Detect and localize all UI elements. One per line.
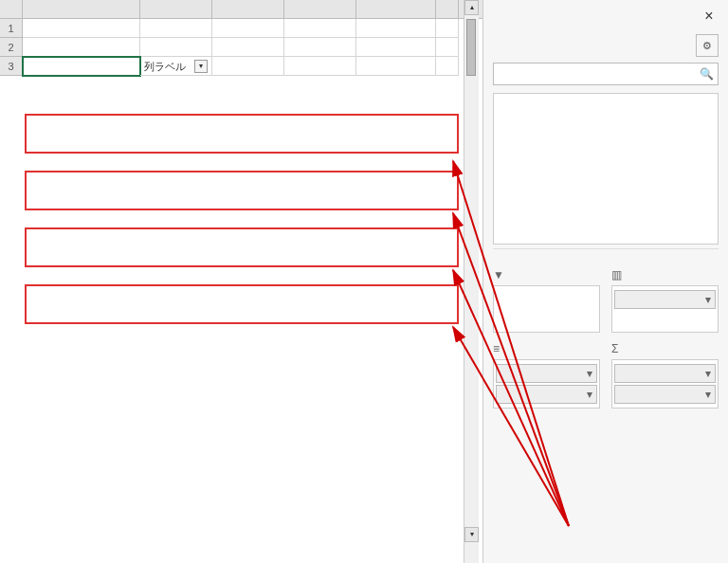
chevron-down-icon[interactable]: ▾ bbox=[705, 367, 711, 380]
row-header[interactable]: 3 bbox=[0, 57, 23, 76]
other-tables-link[interactable] bbox=[493, 248, 719, 259]
scroll-up-button[interactable]: ▴ bbox=[464, 0, 479, 15]
col-header-E[interactable] bbox=[356, 0, 436, 18]
col-header-B[interactable] bbox=[140, 0, 212, 18]
cell[interactable] bbox=[284, 57, 356, 76]
cell[interactable] bbox=[356, 57, 436, 76]
zone-filter: ▼ bbox=[493, 268, 600, 333]
cell[interactable] bbox=[284, 19, 356, 38]
row-icon: ≡ bbox=[493, 342, 500, 355]
cell[interactable] bbox=[23, 19, 140, 38]
col-header-A[interactable] bbox=[23, 0, 140, 18]
value-drop-zone[interactable]: ▾ ▾ bbox=[611, 359, 719, 409]
cell[interactable] bbox=[23, 38, 140, 57]
highlight-box bbox=[25, 227, 459, 267]
column-headers bbox=[0, 0, 482, 19]
cell[interactable] bbox=[436, 19, 459, 38]
cell[interactable] bbox=[140, 19, 212, 38]
cell[interactable] bbox=[212, 38, 284, 57]
zone-item[interactable]: ▾ bbox=[496, 385, 597, 404]
row-header[interactable]: 2 bbox=[0, 38, 23, 57]
highlight-box bbox=[25, 284, 459, 324]
search-input[interactable] bbox=[498, 67, 700, 81]
row-drop-zone[interactable]: ▾ ▾ bbox=[493, 359, 600, 409]
cell[interactable]: 列ラベル▾ bbox=[140, 57, 212, 76]
filter-drop-zone[interactable] bbox=[493, 285, 600, 333]
filter-dropdown-icon[interactable]: ▾ bbox=[194, 60, 208, 73]
cell[interactable] bbox=[436, 57, 459, 76]
highlight-box bbox=[25, 114, 459, 154]
chevron-down-icon[interactable]: ▾ bbox=[705, 293, 711, 306]
cell-grid[interactable]: 123列ラベル▾ bbox=[0, 19, 482, 76]
chevron-down-icon[interactable]: ▾ bbox=[705, 388, 711, 401]
cell[interactable] bbox=[212, 19, 284, 38]
select-all-corner[interactable] bbox=[0, 0, 23, 18]
sigma-icon: Σ bbox=[611, 342, 618, 355]
zone-item[interactable]: ▾ bbox=[614, 385, 716, 404]
pivot-task-pane: × ⚙ 🔍 ▼ ▥ ▾ ≡ bbox=[483, 0, 728, 563]
zone-item[interactable]: ▾ bbox=[496, 364, 597, 383]
spreadsheet[interactable]: 123列ラベル▾ ▴ ▾ bbox=[0, 0, 483, 563]
search-box[interactable]: 🔍 bbox=[493, 63, 719, 85]
zone-column: ▥ ▾ bbox=[611, 268, 719, 333]
scroll-track[interactable] bbox=[464, 15, 479, 527]
zone-item[interactable]: ▾ bbox=[614, 364, 716, 383]
field-list[interactable] bbox=[493, 93, 719, 245]
column-drop-zone[interactable]: ▾ bbox=[611, 285, 719, 333]
chevron-down-icon[interactable]: ▾ bbox=[587, 388, 592, 401]
cell[interactable] bbox=[23, 57, 140, 76]
close-icon[interactable]: × bbox=[700, 8, 719, 27]
zone-item[interactable]: ▾ bbox=[614, 290, 716, 309]
scroll-thumb[interactable] bbox=[466, 19, 476, 76]
gear-icon[interactable]: ⚙ bbox=[696, 34, 719, 57]
col-header-D[interactable] bbox=[284, 0, 356, 18]
scroll-down-button[interactable]: ▾ bbox=[464, 527, 479, 542]
highlight-box bbox=[25, 171, 459, 210]
cell[interactable] bbox=[436, 38, 459, 57]
column-icon: ▥ bbox=[611, 268, 622, 282]
row-header[interactable]: 1 bbox=[0, 19, 23, 38]
cell[interactable] bbox=[284, 38, 356, 57]
chevron-down-icon[interactable]: ▾ bbox=[587, 367, 592, 380]
col-header-F[interactable] bbox=[436, 0, 459, 18]
zone-row: ≡ ▾ ▾ bbox=[493, 342, 600, 409]
search-icon: 🔍 bbox=[700, 67, 714, 81]
annotation-text bbox=[34, 419, 413, 438]
filter-icon: ▼ bbox=[493, 268, 504, 282]
cell[interactable] bbox=[212, 57, 284, 76]
cell[interactable] bbox=[140, 38, 212, 57]
cell[interactable] bbox=[356, 38, 436, 57]
vertical-scrollbar[interactable]: ▴ ▾ bbox=[464, 0, 479, 563]
col-header-C[interactable] bbox=[212, 0, 284, 18]
cell[interactable] bbox=[356, 19, 436, 38]
zone-value: Σ ▾ ▾ bbox=[611, 342, 719, 409]
